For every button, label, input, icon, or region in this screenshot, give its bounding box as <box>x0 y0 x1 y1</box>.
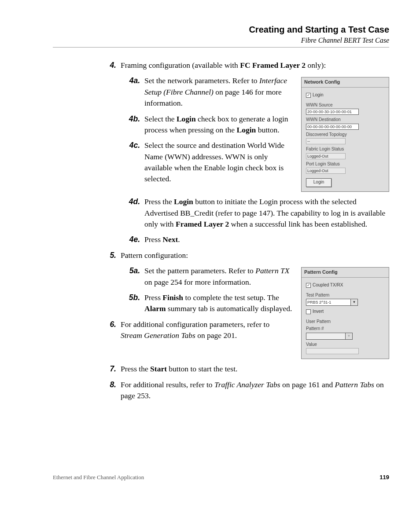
substep-number: 5b. <box>121 292 144 315</box>
discovered-topology-field: -- <box>306 138 346 144</box>
coupled-checkbox[interactable]: ✓ <box>306 283 311 288</box>
substep-number: 4a. <box>121 75 144 109</box>
invert-checkbox[interactable] <box>306 309 311 314</box>
substep-number: 4c. <box>121 140 144 185</box>
wwn-source-label: WWN Source <box>306 102 384 109</box>
value-label: Value <box>306 341 384 348</box>
login-checkbox[interactable]: ✓ <box>306 93 311 98</box>
step-number: 5. <box>101 250 121 261</box>
footer-page-number: 119 <box>379 474 389 481</box>
pattern-config-title: Pattern Config <box>302 268 389 278</box>
step-text: Press the Start button to start the test… <box>121 363 389 374</box>
discovered-topology-label: Discovered Topology <box>306 132 384 138</box>
substep-text: Press Finish to complete the test setup.… <box>144 292 294 315</box>
substep-text: Select the source and destination World … <box>144 140 294 185</box>
login-checkbox-label: Login <box>313 92 323 99</box>
pattern-config-panel: Pattern Config ✓ Coupled TX/RX Test Patt… <box>301 267 389 359</box>
dropdown-icon: ▼ <box>346 333 353 340</box>
test-pattern-label: Test Pattern <box>306 292 384 299</box>
step-number: 8. <box>101 379 121 402</box>
wwn-source-field[interactable]: 20-00-00-30-10-00-00-01 <box>306 109 359 115</box>
step-text: For additional results, refer to Traffic… <box>121 379 389 402</box>
pattern-number-label: Pattern # <box>306 326 384 332</box>
user-pattern-label: User Pattern <box>306 319 384 325</box>
step-number: 4. <box>101 60 121 71</box>
fabric-login-status-field: Logged-Out <box>306 153 346 159</box>
substep-text: Set the pattern parameters. Refer to Pat… <box>144 265 294 288</box>
port-login-status-label: Port Login Status <box>306 161 384 168</box>
login-button[interactable]: Login <box>306 178 332 187</box>
page-header-title: Creating and Starting a Test Case <box>53 25 389 35</box>
page-footer: Ethernet and Fibre Channel Application 1… <box>53 474 389 481</box>
fabric-login-status-label: Fabric Login Status <box>306 146 384 153</box>
footer-left: Ethernet and Fibre Channel Application <box>53 474 144 481</box>
port-login-status-field: Logged-Out <box>306 168 346 174</box>
coupled-checkbox-label: Coupled TX/RX <box>313 282 343 289</box>
invert-checkbox-label: Invert <box>313 308 324 315</box>
wwn-destination-field[interactable]: 00-00-00-00-00-00-00-00 <box>306 124 359 130</box>
wwn-destination-label: WWN Destination <box>306 117 384 123</box>
page-header-subtitle: Fibre Channel BERT Test Case <box>53 37 389 44</box>
pattern-number-select <box>306 333 346 340</box>
header-rule <box>53 47 389 48</box>
substep-number: 4d. <box>121 196 144 230</box>
step-text: Framing configuration (available with FC… <box>121 60 389 71</box>
substep-text: Press the Login button to initiate the L… <box>144 196 389 230</box>
dropdown-icon[interactable]: ▼ <box>351 299 358 306</box>
substep-text: Press Next. <box>144 234 389 245</box>
step-text: Pattern configuration: <box>121 250 389 261</box>
step-number: 6. <box>101 319 121 341</box>
substep-number: 4e. <box>121 234 144 245</box>
substep-number: 4b. <box>121 114 144 136</box>
network-config-panel: Network Config ✓ Login WWN Source 20-00-… <box>301 77 389 192</box>
substep-text: Select the Login check box to generate a… <box>144 114 294 136</box>
value-field <box>306 348 359 354</box>
step-number: 7. <box>101 363 121 374</box>
network-config-title: Network Config <box>302 77 389 88</box>
test-pattern-select[interactable]: PRBS 2^31-1 <box>306 299 351 306</box>
substep-text: Set the network parameters. Refer to Int… <box>144 75 294 109</box>
step-text: For additional configuration parameters,… <box>121 319 288 341</box>
substep-number: 5a. <box>121 265 144 288</box>
